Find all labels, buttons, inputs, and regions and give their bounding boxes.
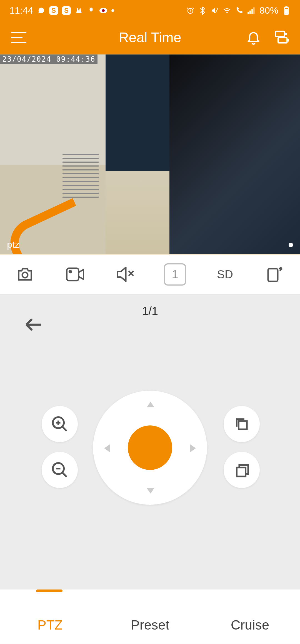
- stream-mode-label: SD: [217, 268, 233, 281]
- battery-icon: [282, 6, 291, 15]
- svg-rect-22: [237, 467, 246, 476]
- ptz-dpad: [93, 391, 207, 505]
- mute-icon: [211, 6, 219, 15]
- svg-rect-11: [276, 31, 284, 36]
- page-indicator: 1/1: [142, 304, 158, 318]
- sync-icon: [87, 6, 95, 15]
- skype-icon: S: [49, 6, 58, 15]
- svg-point-15: [22, 272, 28, 278]
- alarm-icon: [186, 6, 194, 15]
- devices-button[interactable]: [274, 29, 289, 46]
- svg-rect-6: [251, 9, 253, 14]
- recording-indicator: [289, 243, 293, 247]
- notifications-button[interactable]: [246, 29, 261, 46]
- back-button[interactable]: [25, 318, 42, 332]
- more-notifications-dot: [111, 9, 114, 12]
- eye-icon: [99, 6, 108, 15]
- svg-point-14: [288, 39, 289, 41]
- focus-near-button[interactable]: [224, 452, 260, 488]
- tab-ptz[interactable]: PTZ: [0, 617, 100, 633]
- view-layout-button[interactable]: 1: [164, 263, 186, 286]
- camera-name-label: ptz: [7, 239, 19, 250]
- bluetooth-icon: [198, 6, 207, 15]
- svg-point-13: [285, 33, 286, 34]
- tab-preset[interactable]: Preset: [100, 617, 200, 633]
- svg-point-1: [102, 9, 105, 12]
- view-count-label: 1: [172, 268, 178, 281]
- ptz-tabs: PTZ Preset Cruise: [0, 589, 300, 644]
- ptz-center-button[interactable]: [128, 425, 172, 470]
- menu-button[interactable]: [11, 32, 26, 43]
- chat-icon: [37, 6, 45, 15]
- svg-rect-5: [249, 11, 251, 14]
- stream-quality-button[interactable]: SD: [214, 263, 236, 286]
- ptz-panel: 1/1: [0, 295, 300, 589]
- svg-point-17: [69, 271, 71, 273]
- video-toolbar: 1 SD: [0, 254, 300, 295]
- svg-rect-18: [268, 269, 278, 281]
- fullscreen-rotate-button[interactable]: [264, 263, 286, 286]
- svg-rect-12: [278, 38, 287, 43]
- active-tab-indicator: [36, 589, 62, 592]
- signal-icon: [247, 6, 256, 15]
- app-header: Real Time: [0, 21, 300, 54]
- skype-icon-2: S: [62, 6, 71, 15]
- zoom-out-button[interactable]: [42, 452, 78, 488]
- mute-audio-button[interactable]: [114, 263, 136, 286]
- osd-timestamp: 23/04/2024 09:44:36: [0, 55, 98, 64]
- zoom-in-button[interactable]: [42, 406, 78, 442]
- page-title: Real Time: [119, 29, 181, 46]
- tab-cruise[interactable]: Cruise: [200, 617, 300, 633]
- ptz-down-button[interactable]: [147, 488, 154, 494]
- misc-status-icon: [75, 6, 83, 15]
- focus-far-button[interactable]: [224, 406, 260, 442]
- svg-rect-21: [239, 421, 247, 429]
- volte-icon: [235, 6, 243, 15]
- svg-line-3: [215, 8, 218, 13]
- video-viewport[interactable]: 23/04/2024 09:44:36 ptz: [0, 54, 300, 254]
- ptz-right-button[interactable]: [190, 444, 196, 452]
- svg-rect-10: [285, 6, 288, 8]
- battery-percent: 80%: [259, 5, 278, 16]
- snapshot-button[interactable]: [14, 263, 36, 286]
- wifi-calling-icon: [223, 6, 231, 15]
- svg-rect-7: [253, 7, 255, 14]
- ptz-left-button[interactable]: [104, 444, 110, 452]
- android-status-bar: 11:44 S S: [0, 0, 300, 21]
- status-time: 11:44: [9, 5, 33, 16]
- svg-rect-9: [285, 9, 288, 14]
- camera-feed: [0, 55, 300, 254]
- svg-rect-4: [248, 12, 249, 14]
- ptz-up-button[interactable]: [147, 402, 154, 407]
- record-button[interactable]: [64, 263, 86, 286]
- svg-rect-16: [67, 268, 79, 281]
